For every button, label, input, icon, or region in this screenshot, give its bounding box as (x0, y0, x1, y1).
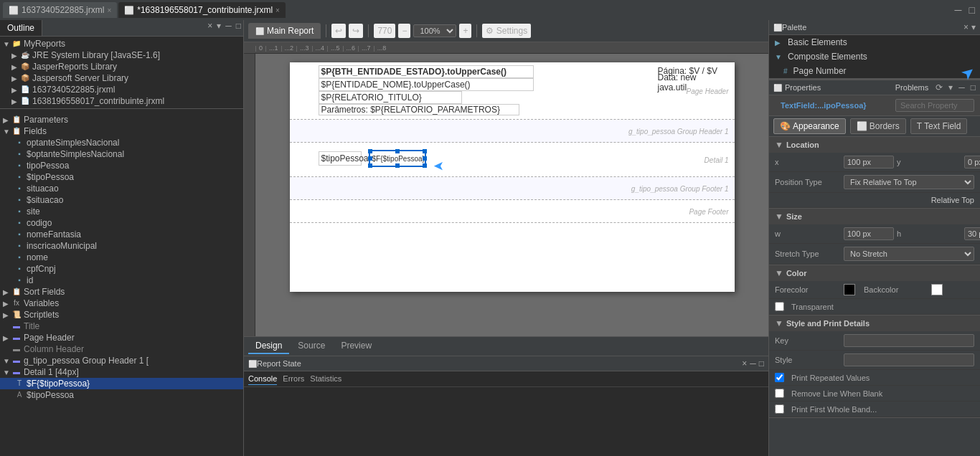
design-tab[interactable]: Design (248, 338, 289, 354)
tipopessoa-label-element[interactable]: $tipoPessoa (319, 151, 362, 166)
location-header[interactable]: ▼ Location (769, 137, 980, 153)
tree-field-soptante[interactable]: ▪ $optanteSimplesNacional (0, 148, 243, 160)
tree-field-tipopessoa[interactable]: ▪ tipoPessoa (0, 160, 243, 171)
props-max-btn[interactable]: □ (971, 82, 976, 92)
h-input[interactable] (964, 227, 980, 240)
minimize-btn[interactable]: ─ (953, 4, 964, 16)
tree-pageheader[interactable]: ▶ ▬ Page Header (0, 332, 243, 343)
tree-field-codigo[interactable]: ▪ codigo (0, 217, 243, 229)
tree-field-nomefantasia[interactable]: ▪ nomeFantasia (0, 229, 243, 240)
group-header-label: g_tipo_pessoa Group Header 1 (628, 127, 729, 135)
forecolor-swatch[interactable] (844, 284, 855, 295)
tree-jasperreports[interactable]: ▶ 📦 JasperReports Library (0, 61, 243, 72)
borders-tab[interactable]: ⬜ Borders (850, 118, 906, 134)
settings-btn[interactable]: ⚙ Settings (482, 24, 531, 38)
remove-line-checkbox[interactable] (775, 389, 784, 398)
tree-columnheader[interactable]: ▶ ▬ Column Header (0, 343, 243, 355)
file-tab-1[interactable]: ⬜ 1637340522885.jrxml × (3, 2, 117, 18)
undo-btn[interactable]: ↩ (331, 24, 346, 38)
tree-field-situacao[interactable]: ▪ situacao (0, 183, 243, 194)
tree-jre[interactable]: ▶ ☕ JRE System Library [JavaSE-1.6] (0, 49, 243, 61)
main-report-tab[interactable]: ⬜ Main Report (248, 23, 321, 39)
palette-menu-btn[interactable]: ▾ (971, 22, 976, 32)
palette-close-btn[interactable]: × (963, 22, 969, 32)
props-min-btn[interactable]: ─ (958, 82, 965, 92)
file-tab-2-close[interactable]: × (275, 6, 280, 14)
color-header[interactable]: ▼ Color (769, 265, 980, 281)
tree-file1[interactable]: ▶ 📄 1637340522885.jrxml (0, 84, 243, 95)
tree-myreports[interactable]: ▼ 📁 MyReports (0, 38, 243, 49)
tree-jaspersoft[interactable]: ▶ 📦 Jaspersoft Server Library (0, 72, 243, 84)
position-type-select[interactable]: Fix Relative To Top (844, 175, 974, 189)
problems-tab-label[interactable]: Problems (895, 83, 928, 92)
tree-title[interactable]: ▶ ▬ Title (0, 320, 243, 332)
tree-sftipopessoa[interactable]: T $F{$tipoPessoa} (0, 378, 243, 389)
file-tab-2[interactable]: ⬜ *1638196558017_contribuinte.jrxml × (118, 2, 286, 18)
element-label: $F{$tipoPessoa} (27, 379, 243, 389)
statistics-tab[interactable]: Statistics (310, 373, 341, 385)
tree-field-inscricao[interactable]: ▪ inscricaoMunicipal (0, 240, 243, 252)
tree-file2[interactable]: ▶ 📄 1638196558017_contribuinte.jrxml (0, 95, 243, 107)
report-state-max[interactable]: □ (759, 358, 764, 369)
stretch-type-select[interactable]: No Stretch (844, 247, 974, 261)
tree-field-ssituacao[interactable]: ▪ $situacao (0, 194, 243, 206)
panel-close-btn[interactable]: × (205, 20, 215, 36)
tree-parameters[interactable]: ▶ 📋 Parameters (0, 114, 243, 125)
tree-label-tipopessoa[interactable]: A $tipoPessoa (0, 389, 243, 401)
redo-btn[interactable]: ↪ (349, 24, 363, 38)
palette-page-number[interactable]: # Page Number ➤ (769, 64, 980, 78)
zoom-out-btn[interactable]: − (398, 24, 410, 38)
palette-composite-elements[interactable]: ▼ Composite Elements (769, 49, 980, 64)
key-input[interactable] (844, 334, 974, 347)
appearance-tab[interactable]: 🎨 Appearance (773, 118, 846, 134)
header-element-1[interactable]: $P{BTH_ENTIDADE_ESTADO}.toUpperCase() (319, 65, 534, 78)
header-element-3[interactable]: $P{RELATORIO_TITULO} (319, 91, 462, 104)
title-label: Title (24, 321, 243, 331)
transparent-checkbox[interactable] (775, 302, 784, 311)
tree-groupheader[interactable]: ▼ ▬ g_tipo_pessoa Group Header 1 [ (0, 355, 243, 366)
header-element-2[interactable]: $P{ENTIDADE_NOME}.toUpperCase() (319, 78, 534, 91)
props-sync-btn[interactable]: ⟳ (936, 82, 943, 92)
tree-field-id[interactable]: ▪ id (0, 275, 243, 286)
header-element-params[interactable]: Parâmetros: $P{RELATORIO_PARAMETROS} (319, 104, 519, 115)
tree-sortfields[interactable]: ▶ 📋 Sort Fields (0, 286, 243, 298)
tree-scriptlets[interactable]: ▶ 📜 Scriptlets (0, 309, 243, 320)
style-input[interactable] (844, 353, 974, 366)
panel-min-btn[interactable]: ─ (223, 20, 234, 36)
file-tab-1-close[interactable]: × (107, 6, 111, 14)
style-print-header[interactable]: ▼ Style and Print Details (769, 315, 980, 331)
report-state-close[interactable]: × (742, 358, 747, 369)
maximize-btn[interactable]: □ (967, 4, 977, 16)
zoom-in-btn[interactable]: + (459, 24, 471, 38)
tree-fields[interactable]: ▼ 📋 Fields (0, 125, 243, 137)
outline-tab[interactable]: Outline (0, 20, 42, 36)
tree-field-site[interactable]: ▪ site (0, 206, 243, 217)
textfield-tab[interactable]: T Text Field (910, 118, 968, 134)
tree-field-stipopessoa[interactable]: ▪ $tipoPessoa (0, 171, 243, 183)
tree-field-optante[interactable]: ▪ optanteSimplesNacional (0, 137, 243, 148)
field-element[interactable]: $F{$tipoPessoa} (369, 150, 426, 167)
tree-field-nome[interactable]: ▪ nome (0, 252, 243, 263)
x-input[interactable] (844, 156, 894, 168)
size-header[interactable]: ▼ Size (769, 209, 980, 224)
props-menu-btn[interactable]: ▾ (948, 82, 953, 92)
tree-detail[interactable]: ▼ ▬ Detail 1 [44px] (0, 366, 243, 378)
y-input[interactable] (964, 156, 980, 168)
extra-checkbox[interactable] (775, 404, 784, 414)
errors-tab[interactable]: Errors (283, 373, 304, 385)
print-repeated-checkbox[interactable] (775, 373, 784, 382)
backcolor-swatch[interactable] (931, 284, 943, 295)
report-state-min[interactable]: ─ (750, 358, 756, 369)
console-tab[interactable]: Console (248, 373, 277, 385)
source-tab[interactable]: Source (291, 338, 332, 354)
panel-max-btn[interactable]: □ (234, 20, 243, 36)
preview-number-btn[interactable]: 770 (374, 24, 395, 38)
panel-menu-btn[interactable]: ▾ (215, 20, 223, 36)
w-input[interactable] (844, 227, 894, 240)
tree-field-cpfcnpj[interactable]: ▪ cpfCnpj (0, 263, 243, 275)
palette-basic-elements[interactable]: ▶ Basic Elements (769, 35, 980, 49)
search-property-input[interactable] (895, 99, 974, 112)
tree-variables[interactable]: ▶ fx Variables (0, 298, 243, 309)
preview-tab[interactable]: Preview (334, 338, 379, 354)
zoom-select[interactable]: 100% (413, 24, 456, 37)
